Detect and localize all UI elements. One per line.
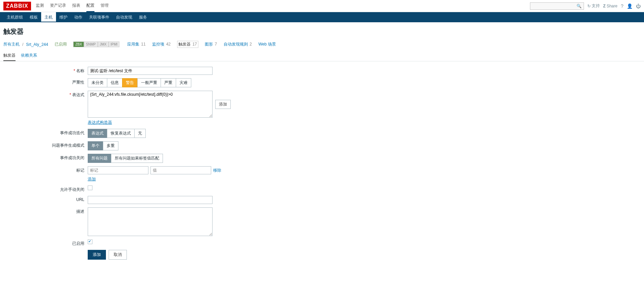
crumb-label: 监控项 (152, 42, 164, 47)
sub-correlation[interactable]: 关联项事件 (86, 12, 113, 22)
badge-zbx: ZBX (73, 41, 84, 47)
crumb-count: 7 (214, 42, 217, 47)
trigger-form: 名称 严重性 未分类 信息 警告 一般严重 严重 灾难 表达式 {Srt_Aly… (0, 61, 644, 268)
problem-mode-single[interactable]: 单个 (88, 141, 103, 150)
badge-ipmi: IPMI (109, 41, 120, 47)
form-tabs: 触发器 依赖关系 (0, 51, 644, 61)
ok-close-all[interactable]: 所有问题 (88, 154, 111, 163)
sub-hosts[interactable]: 主机 (41, 12, 56, 22)
label-manual-close: 允许手动关闭 (3, 185, 88, 193)
help-icon[interactable]: ? (621, 3, 623, 9)
menu-administration[interactable]: 管理 (101, 0, 109, 12)
label-tags: 标记 (3, 166, 88, 173)
search-input[interactable] (532, 4, 577, 8)
crumb-triggers[interactable]: 触发器 17 (177, 41, 198, 48)
label-url: URL (3, 196, 88, 202)
sub-actions[interactable]: 动作 (71, 12, 86, 22)
crumb-count: 11 (140, 42, 145, 47)
support-link[interactable]: ↻ 支持 (587, 3, 600, 9)
url-input[interactable] (88, 196, 213, 204)
tag-value-input[interactable] (150, 166, 211, 174)
crumb-items[interactable]: 监控项 42 (152, 41, 171, 47)
crumb-label: 应用集 (127, 42, 139, 47)
menu-reports[interactable]: 报表 (72, 0, 80, 12)
ok-event-none[interactable]: 无 (134, 129, 146, 138)
tab-trigger[interactable]: 触发器 (3, 51, 16, 61)
cancel-button[interactable]: 取消 (109, 250, 127, 260)
label-problem-mode: 问题事件生成模式 (3, 141, 88, 148)
label-description: 描述 (3, 207, 88, 214)
ok-event-expression[interactable]: 表达式 (88, 129, 107, 138)
ok-event-recovery[interactable]: 恢复表达式 (107, 129, 135, 138)
name-input[interactable] (88, 67, 213, 75)
description-input[interactable] (88, 207, 213, 236)
ok-close-group: 所有问题 所有问题如果标签值匹配 (88, 154, 163, 163)
badge-jmx: JMX (98, 41, 109, 47)
crumb-count: 2 (249, 42, 252, 47)
sev-disaster[interactable]: 灾难 (176, 78, 191, 87)
crumb-host[interactable]: Srt_Aly_244 (26, 42, 48, 47)
interface-badges: ZBXSNMPJMXIPMI (73, 41, 119, 47)
tag-name-input[interactable] (88, 166, 148, 174)
crumb-label: 触发器 (178, 42, 191, 47)
label-expression: 表达式 (3, 91, 88, 98)
ok-close-tag[interactable]: 所有问题如果标签值匹配 (111, 154, 163, 163)
support-label: 支持 (592, 3, 600, 9)
logout-icon[interactable]: ⏻ (636, 3, 641, 9)
search-icon[interactable]: 🔍 (577, 4, 582, 8)
add-button[interactable]: 添加 (88, 250, 106, 260)
label-name: 名称 (3, 67, 88, 74)
ok-event-group: 表达式 恢复表达式 无 (88, 129, 146, 138)
tag-add-link[interactable]: 添加 (88, 176, 96, 182)
search-box: 🔍 (530, 2, 584, 10)
sev-not-classified[interactable]: 未分类 (88, 78, 107, 87)
sev-warning[interactable]: 警告 (122, 78, 138, 87)
problem-mode-group: 单个 多重 (88, 141, 118, 150)
sub-hostgroups[interactable]: 主机群组 (3, 12, 26, 22)
sev-info[interactable]: 信息 (107, 78, 122, 87)
breadcrumb: 所有主机 / Srt_Aly_244 已启用 ZBXSNMPJMXIPMI 应用… (0, 39, 644, 51)
page-title: 触发器 (0, 22, 644, 39)
sub-templates[interactable]: 模板 (26, 12, 41, 22)
tab-dependencies[interactable]: 依赖关系 (21, 51, 37, 61)
label-ok-close: 事件成功关闭 (3, 154, 88, 161)
share-link[interactable]: Z Share (603, 4, 617, 8)
tag-remove-link[interactable]: 移除 (213, 168, 221, 173)
sub-discovery[interactable]: 自动发现 (113, 12, 136, 22)
problem-mode-multiple[interactable]: 多重 (103, 141, 118, 150)
badge-snmp: SNMP (84, 41, 98, 47)
menu-configuration[interactable]: 配置 (86, 0, 94, 12)
crumb-graphs[interactable]: 图形 7 (205, 41, 217, 47)
crumb-label: 自动发现规则 (224, 42, 248, 47)
crumb-label: Web 场景 (258, 42, 276, 47)
sev-high[interactable]: 严重 (161, 78, 176, 87)
sub-nav: 主机群组 模板 主机 维护 动作 关联项事件 自动发现 服务 (0, 12, 644, 22)
user-icon[interactable]: 👤 (627, 3, 633, 9)
crumb-discovery-rules[interactable]: 自动发现规则 2 (224, 41, 252, 47)
label-severity: 严重性 (3, 78, 88, 85)
share-label: Share (607, 4, 617, 8)
crumb-sep: / (22, 42, 23, 47)
expression-builder-link[interactable]: 表达式构造器 (88, 120, 112, 125)
crumb-count: 17 (192, 42, 197, 47)
top-right: 🔍 ↻ 支持 Z Share ? 👤 ⏻ (530, 2, 641, 10)
crumb-web[interactable]: Web 场景 (258, 41, 276, 47)
menu-monitoring[interactable]: 监测 (36, 0, 44, 12)
label-enabled: 已启用 (3, 239, 88, 246)
enabled-checkbox[interactable] (88, 239, 92, 244)
status-enabled: 已启用 (55, 41, 67, 47)
top-menu: 监测 资产记录 报表 配置 管理 (36, 0, 530, 12)
manual-close-checkbox[interactable] (88, 185, 92, 190)
menu-inventory[interactable]: 资产记录 (50, 0, 66, 12)
crumb-label: 图形 (205, 42, 213, 47)
sub-maintenance[interactable]: 维护 (56, 12, 71, 22)
logo[interactable]: ZABBIX (3, 2, 31, 10)
crumb-count: 42 (165, 42, 170, 47)
crumb-applications[interactable]: 应用集 11 (127, 41, 146, 47)
label-spacer (3, 250, 88, 251)
sev-average[interactable]: 一般严重 (137, 78, 161, 87)
expression-add-button[interactable]: 添加 (215, 100, 231, 109)
crumb-all-hosts[interactable]: 所有主机 (3, 41, 20, 47)
expression-input[interactable]: {Srt_Aly_244:vfs.file.cksum[/etc/test].d… (88, 91, 213, 118)
sub-services[interactable]: 服务 (136, 12, 150, 22)
